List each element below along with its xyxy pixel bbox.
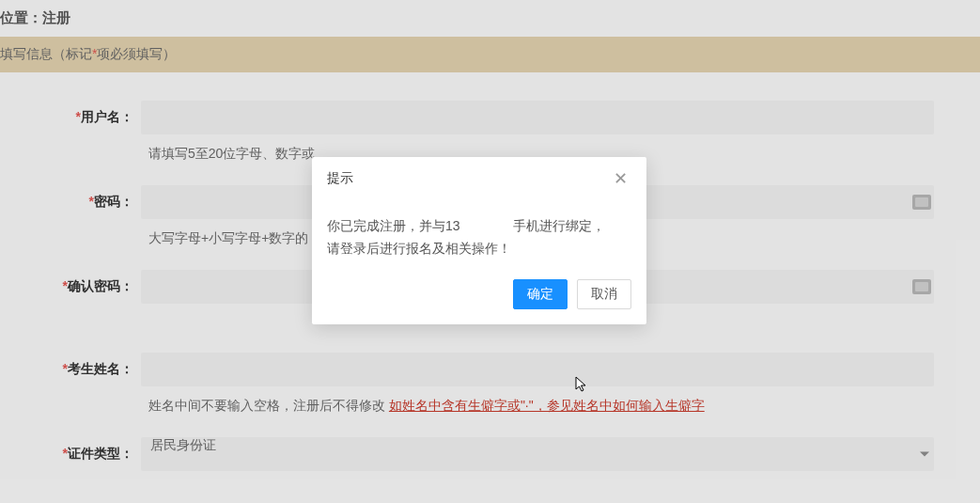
modal-footer: 确定 取消 xyxy=(312,268,646,324)
modal-title: 提示 xyxy=(327,170,353,187)
modal-body: 你已完成注册，并与13 手机进行绑定， 请登录后进行报名及相关操作！ xyxy=(312,200,646,268)
cancel-button[interactable]: 取消 xyxy=(577,279,631,309)
modal-header: 提示 ✕ xyxy=(312,157,646,200)
modal-dialog: 提示 ✕ 你已完成注册，并与13 手机进行绑定， 请登录后进行报名及相关操作！ … xyxy=(312,157,646,324)
modal-line1-masked xyxy=(460,218,513,233)
modal-line2: 请登录后进行报名及相关操作！ xyxy=(327,241,511,256)
confirm-button[interactable]: 确定 xyxy=(513,279,568,309)
close-icon[interactable]: ✕ xyxy=(610,168,631,189)
modal-line1-part2: 手机进行绑定， xyxy=(513,218,605,233)
modal-line1-part1: 你已完成注册，并与13 xyxy=(327,218,460,233)
